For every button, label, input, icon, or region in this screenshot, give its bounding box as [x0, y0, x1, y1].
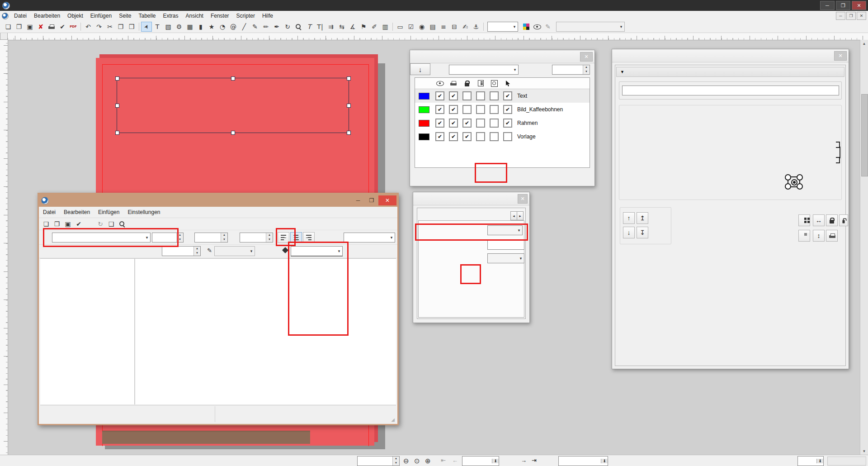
redo-icon[interactable]: ↷: [94, 22, 104, 32]
layers-dialog-titlebar[interactable]: ✕: [410, 50, 594, 63]
layer-name[interactable]: Text: [514, 93, 527, 99]
lock-object-button[interactable]: [826, 214, 838, 226]
layer-outline-checkbox[interactable]: [490, 119, 499, 128]
font-family-select[interactable]: ▾: [52, 233, 151, 243]
update-text-frame-and-exit-icon[interactable]: ✔: [73, 219, 84, 229]
layer-color-swatch[interactable]: [419, 93, 429, 100]
layer-visible-checkbox[interactable]: [435, 119, 444, 128]
frame-handle[interactable]: [231, 76, 235, 81]
spinner-arrows-icon[interactable]: ▲▼: [583, 65, 590, 74]
story-menu-item[interactable]: Einfügen: [94, 208, 123, 216]
insert-polygon-tool[interactable]: ★: [206, 22, 217, 32]
raise-to-top-button[interactable]: ↥: [637, 212, 648, 224]
ruler-origin-box[interactable]: [0, 33, 8, 40]
basepoint-selector[interactable]: [785, 174, 803, 190]
layer-color-swatch[interactable]: [419, 106, 429, 113]
lower-object-button[interactable]: ↓: [623, 227, 635, 238]
insert-render-frame-tool[interactable]: ⚙: [174, 22, 184, 32]
spinner-arrows-icon[interactable]: ▲▼: [266, 233, 273, 242]
tracking-spinner[interactable]: ▲▼: [162, 246, 201, 256]
spinner-arrows-icon[interactable]: ▲▼: [221, 233, 227, 242]
layer-textflow-checkbox[interactable]: [476, 132, 485, 141]
previous-page-icon[interactable]: ←: [452, 457, 458, 464]
close-icon[interactable]: ✕: [580, 52, 593, 62]
zoom-100-icon[interactable]: ⊙: [414, 457, 420, 465]
layer-lock-checkbox[interactable]: [462, 105, 472, 114]
layers-table[interactable]: Text Bild_Kaffeebohnen: [415, 77, 590, 168]
paragraph-style-column[interactable]: [40, 259, 135, 404]
mdi-restore-button[interactable]: ❐: [846, 12, 856, 20]
close-icon[interactable]: ✕: [834, 51, 847, 61]
pdf-annotation-tool[interactable]: ✍: [460, 22, 471, 32]
tab-scroll-left-icon[interactable]: ◂: [510, 211, 517, 220]
story-text[interactable]: [135, 259, 396, 260]
layer-name[interactable]: Rahmen: [514, 120, 538, 126]
next-page-icon[interactable]: →: [521, 457, 527, 464]
layer-select-checkbox[interactable]: [503, 91, 512, 100]
menu-item[interactable]: Fenster: [207, 12, 233, 20]
raise-object-button[interactable]: ↑: [623, 212, 635, 224]
preflight-verifier-icon[interactable]: ✔: [57, 22, 68, 32]
zoom-tool[interactable]: [293, 22, 304, 32]
basepoint-bottomright[interactable]: [797, 183, 803, 190]
layer-select-checkbox[interactable]: [503, 119, 512, 128]
layer-textflow-checkbox[interactable]: [476, 119, 485, 128]
insert-calligraphic-tool[interactable]: ✒: [271, 22, 282, 32]
eye-dropper-tool[interactable]: ✐: [369, 22, 380, 32]
first-page-icon[interactable]: ⇤: [441, 457, 446, 464]
menu-item[interactable]: Tabelle: [135, 12, 159, 20]
flip-vertical-button[interactable]: ↕: [813, 230, 825, 242]
tab-scroll-right-icon[interactable]: ▸: [517, 211, 524, 220]
menu-item[interactable]: Bearbeiten: [30, 12, 64, 20]
lower-to-bottom-button[interactable]: ↧: [637, 227, 648, 238]
story-menu-item[interactable]: Datei: [39, 208, 60, 216]
basepoint-topleft[interactable]: [785, 174, 791, 181]
layer-visible-checkbox[interactable]: [435, 105, 444, 114]
story-editor-titlebar[interactable]: ─ ❐ ✕: [39, 194, 397, 207]
blend-mode-select[interactable]: ▾: [449, 65, 519, 75]
exit-without-updating-icon[interactable]: [84, 219, 95, 229]
align-left-button[interactable]: [278, 232, 289, 243]
frame-handle[interactable]: [347, 104, 351, 108]
save-to-file-icon[interactable]: ▣: [62, 219, 73, 229]
scroll-down-icon[interactable]: ▼: [860, 447, 868, 455]
rotate-item-tool[interactable]: ↻: [282, 22, 293, 32]
select-item-tool[interactable]: ➤: [141, 22, 152, 32]
lock-size-button[interactable]: [839, 214, 848, 226]
basepoint-center[interactable]: [791, 179, 797, 185]
insert-shape-tool[interactable]: ▮: [195, 22, 206, 32]
layer-blend-mode-select[interactable]: ▾: [487, 22, 518, 32]
layer-select-checkbox[interactable]: [503, 132, 512, 141]
pdf-radio-button-tool[interactable]: ◉: [416, 22, 427, 32]
unit-select[interactable]: ⬇: [797, 456, 824, 466]
frame-handle[interactable]: [115, 131, 119, 135]
canvas-vertical-scrollbar[interactable]: ▲ ▼: [860, 40, 868, 455]
zoom-level-spinner[interactable]: ▲▼: [357, 456, 400, 466]
pdf-push-button-tool[interactable]: ▭: [395, 22, 406, 32]
pdf-text-field-tool[interactable]: ▤: [427, 22, 438, 32]
story-maximize-button[interactable]: ❐: [365, 195, 378, 205]
insert-text-frame-tool[interactable]: T: [152, 22, 163, 32]
menu-item[interactable]: Datei: [10, 12, 30, 20]
layer-row[interactable]: Vorlage: [415, 130, 590, 143]
layer-name[interactable]: Vorlage: [514, 133, 536, 140]
menu-item[interactable]: Objekt: [64, 12, 87, 20]
layer-print-checkbox[interactable]: [449, 119, 458, 128]
unlink-text-frames-tool[interactable]: ⇆: [336, 22, 347, 32]
zoom-out-icon[interactable]: ⊖: [403, 457, 409, 465]
fill-color-select[interactable]: ▾: [291, 246, 343, 256]
opacity-spinner[interactable]: ▲▼: [552, 65, 590, 75]
edit-text-story-editor-tool[interactable]: T|: [315, 22, 326, 32]
frame-handle[interactable]: [231, 131, 235, 135]
layer-visible-checkbox[interactable]: [435, 132, 444, 141]
cut-icon[interactable]: ✂: [104, 22, 115, 32]
insert-line-tool[interactable]: ╱: [239, 22, 250, 32]
insert-bezier-tool[interactable]: ✎: [250, 22, 260, 32]
lower-layer-button[interactable]: ↓: [410, 63, 430, 75]
new-document-icon[interactable]: ❏: [3, 22, 14, 32]
export-pdf-icon[interactable]: PDF: [68, 22, 79, 32]
insert-spiral-tool[interactable]: @: [228, 22, 239, 32]
story-minimize-button[interactable]: ─: [351, 195, 365, 205]
insert-image-frame-tool[interactable]: ▧: [163, 22, 174, 32]
ungroup-objects-button[interactable]: [798, 230, 810, 242]
